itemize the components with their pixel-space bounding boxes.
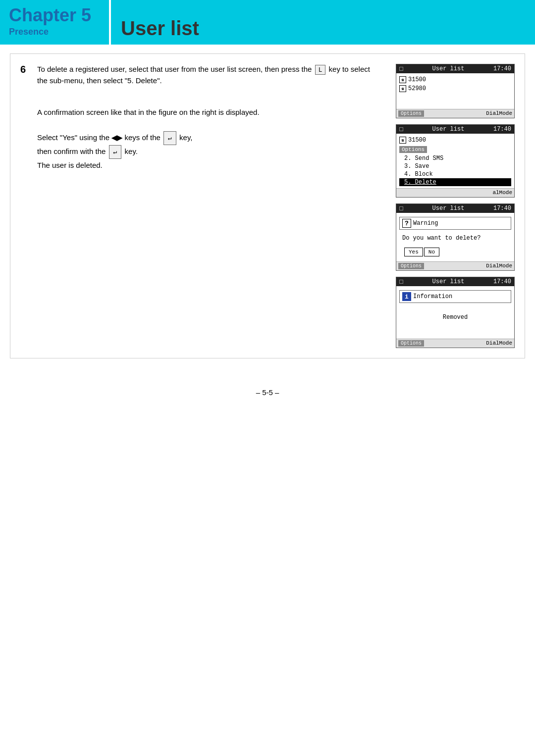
key-confirm-icon: ↵	[109, 145, 122, 159]
screen2-body: ☎ 31500 Options 2. Send SMS 3. Save 4. B…	[396, 134, 514, 188]
chapter-block: Chapter 5 Presence	[0, 0, 109, 45]
screen4-btn2: DialMode	[486, 340, 512, 347]
screen1-dot	[399, 67, 403, 71]
key-enter-icon: ↵	[163, 131, 176, 145]
screen1: User list 17:40 ☎ 31500 ☎ 52980 Options …	[396, 64, 515, 118]
info-label: Information	[413, 293, 452, 300]
screen1-btn2: DialMode	[486, 110, 512, 117]
select-yes-line: Select "Yes" using the ◀▶ keys of the ↵ …	[37, 131, 381, 145]
info-bar: i Information	[399, 290, 511, 303]
screen1-titlebar: User list 17:40	[396, 64, 514, 73]
chapter-subtitle: Presence	[9, 27, 100, 37]
warning-icon: ?	[402, 219, 411, 228]
screen3-body: ? Warning Do you want to delete? Yes No	[396, 213, 514, 261]
step-number: 6	[20, 64, 30, 75]
key-l-icon: L	[315, 65, 325, 75]
arrow-keys-symbol: ◀▶	[111, 134, 122, 142]
phone-icon-3: ☎	[399, 137, 406, 144]
screen1-body: ☎ 31500 ☎ 52980	[396, 73, 514, 109]
instructions-section: 6 To delete a registered user, select th…	[20, 64, 386, 348]
screen2-titlebar: User list 17:40	[396, 125, 514, 134]
no-button: No	[424, 248, 439, 256]
screen3-titlebar: User list 17:40	[396, 204, 514, 213]
screen2-time: 17:40	[493, 126, 511, 133]
result-text: The user is deleted.	[37, 159, 381, 172]
confirm-intro: A confirmation screen like that in the f…	[37, 106, 381, 119]
screen3-question: Do you want to delete?	[399, 232, 511, 245]
screen3-time: 17:40	[493, 205, 511, 212]
screen2-options: Options	[399, 146, 511, 153]
screen1-btn1: Options	[398, 110, 424, 117]
menu-item-1: 2. Send SMS	[399, 154, 511, 162]
screen2: User list 17:40 ☎ 31500 Options 2. Send …	[396, 124, 515, 198]
screenshots-section: User list 17:40 ☎ 31500 ☎ 52980 Options …	[396, 64, 515, 348]
menu-item-4: 5. Delete	[399, 178, 511, 186]
screen3: User list 17:40 ? Warning Do you want to…	[396, 203, 515, 271]
screen2-footer: x alMode	[396, 188, 514, 197]
step-description: To delete a registered user, select that…	[37, 65, 312, 73]
info-icon: i	[402, 292, 411, 301]
screen4-body: i Information Removed	[396, 286, 514, 339]
yes-no-row: Yes No	[399, 248, 511, 256]
page-number: – 5-5 –	[256, 388, 279, 397]
options-label: Options	[399, 146, 427, 153]
screen1-title: User list	[432, 65, 465, 72]
screen1-user1: ☎ 31500	[399, 75, 511, 84]
menu-item-3: 4. Block	[399, 170, 511, 178]
confirm-section: A confirmation screen like that in the f…	[37, 106, 381, 172]
screen2-dot	[399, 127, 403, 131]
phone-icon-2: ☎	[399, 85, 406, 92]
phone-icon-1: ☎	[399, 76, 406, 83]
confirm-line: then confirm with the ↵ key.	[37, 145, 381, 159]
screen3-btn1: Options	[398, 263, 424, 269]
screen1-footer: Options DialMode	[396, 109, 514, 118]
screen3-dot	[399, 206, 403, 210]
main-content: 6 To delete a registered user, select th…	[10, 53, 525, 358]
yes-button: Yes	[404, 248, 423, 256]
screen4-dot	[399, 280, 403, 284]
screen4-footer: Options DialMode	[396, 339, 514, 348]
screen2-title: User list	[432, 126, 465, 133]
chapter-title: Chapter 5	[9, 5, 100, 26]
screen4-titlebar: User list 17:40	[396, 277, 514, 286]
page-title-block: User list	[109, 0, 535, 45]
screen4: User list 17:40 i Information Removed Op…	[396, 277, 515, 348]
page-title: User list	[121, 17, 199, 40]
warning-label: Warning	[413, 220, 438, 227]
page-footer: – 5-5 –	[0, 388, 535, 397]
step-row: 6 To delete a registered user, select th…	[20, 64, 381, 86]
screen4-message: Removed	[399, 312, 511, 323]
screen4-btn1: Options	[398, 340, 424, 347]
warning-bar: ? Warning	[399, 217, 511, 230]
screen4-title: User list	[432, 278, 465, 285]
screen4-time: 17:40	[493, 278, 511, 285]
screen1-user2: ☎ 52980	[399, 84, 511, 93]
screen2-user1: ☎ 31500	[399, 136, 511, 145]
menu-item-2: 3. Save	[399, 162, 511, 170]
screen2-btn2: alMode	[492, 190, 512, 196]
screen3-footer: Options DialMode	[396, 261, 514, 270]
screen3-title: User list	[432, 205, 465, 212]
screen3-btn2: DialMode	[486, 263, 512, 269]
screen1-time: 17:40	[493, 65, 511, 72]
page-header: Chapter 5 Presence User list	[0, 0, 535, 45]
